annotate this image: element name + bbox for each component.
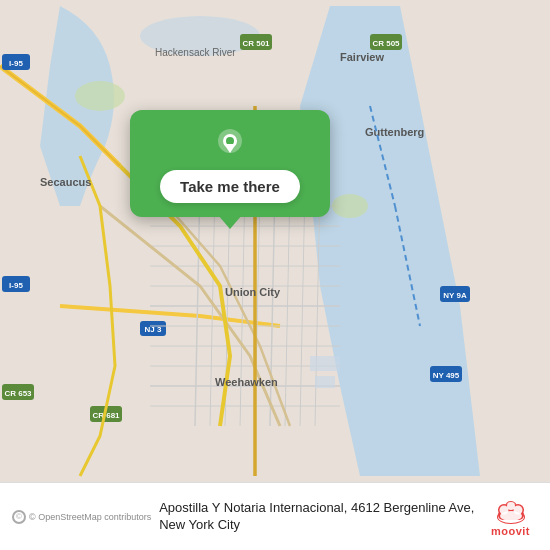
svg-text:I-95: I-95 <box>9 59 23 68</box>
moovit-icon <box>495 497 527 525</box>
take-me-there-button[interactable]: Take me there <box>160 170 300 203</box>
svg-text:I-95: I-95 <box>9 281 23 290</box>
osm-icon: © <box>12 510 26 524</box>
svg-text:CR 501: CR 501 <box>242 39 270 48</box>
moovit-branding: moovit <box>483 497 538 537</box>
svg-point-72 <box>507 502 515 510</box>
bottom-info-bar: © © OpenStreetMap contributors Apostilla… <box>0 482 550 550</box>
osm-attribution: © © OpenStreetMap contributors <box>12 510 151 524</box>
svg-text:Weehawken: Weehawken <box>215 376 278 388</box>
location-popup: Take me there <box>130 110 330 217</box>
svg-point-56 <box>226 137 234 145</box>
location-name: Apostilla Y Notaria Internacional, 4612 … <box>159 500 475 534</box>
svg-text:CR 505: CR 505 <box>372 39 400 48</box>
map-svg: I-95 NJ 3 CR 653 CR 681 CR 501 CR 505 NY… <box>0 0 550 482</box>
svg-text:CR 653: CR 653 <box>4 389 32 398</box>
app-container: I-95 NJ 3 CR 653 CR 681 CR 501 CR 505 NY… <box>0 0 550 550</box>
svg-point-52 <box>75 81 125 111</box>
svg-text:Hackensack River: Hackensack River <box>155 47 236 58</box>
pin-icon <box>212 126 248 162</box>
svg-point-53 <box>332 194 368 218</box>
svg-text:NY 9A: NY 9A <box>443 291 467 300</box>
map-view: I-95 NJ 3 CR 653 CR 681 CR 501 CR 505 NY… <box>0 0 550 482</box>
svg-text:Union City: Union City <box>225 286 281 298</box>
svg-rect-51 <box>315 376 335 388</box>
osm-text: © OpenStreetMap contributors <box>29 512 151 522</box>
svg-text:NY 495: NY 495 <box>433 371 460 380</box>
moovit-label: moovit <box>491 525 530 537</box>
svg-text:Secaucus: Secaucus <box>40 176 91 188</box>
svg-rect-50 <box>310 356 340 371</box>
svg-text:Guttenberg: Guttenberg <box>365 126 424 138</box>
svg-point-73 <box>500 511 522 521</box>
svg-text:Fairview: Fairview <box>340 51 384 63</box>
